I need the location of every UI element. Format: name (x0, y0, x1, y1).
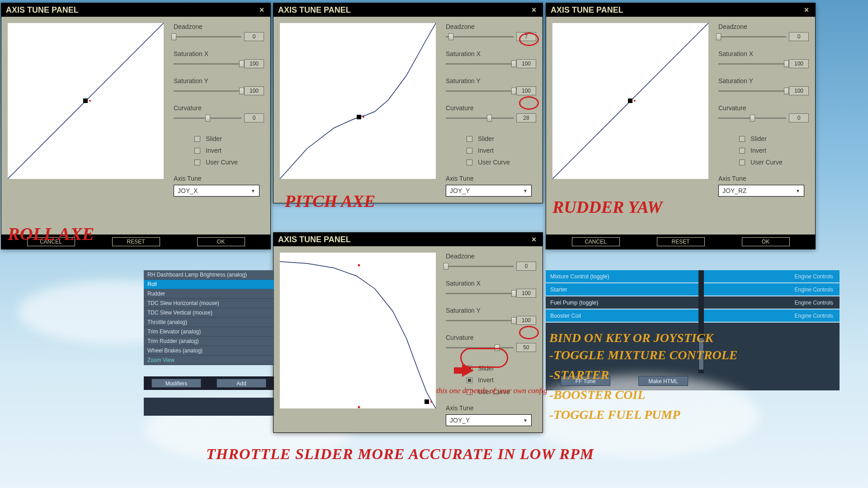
usercurve-checkbox[interactable] (739, 160, 745, 165)
slider-checkbox[interactable] (194, 136, 200, 142)
controls-list[interactable]: RH Dashboard Lamp Brightness (analog)Rol… (144, 270, 274, 365)
invert-checkbox[interactable] (194, 148, 200, 154)
annotation-bind-1: -TOGGLE MIXTURE CONTROLE (549, 348, 737, 362)
response-curve-graph[interactable] (280, 23, 436, 179)
response-curve-graph[interactable] (280, 253, 436, 408)
slider-checkbox[interactable] (467, 366, 472, 371)
reset-button[interactable]: RESET (657, 237, 705, 246)
slider-checkbox[interactable] (467, 136, 472, 142)
saty-slider[interactable] (718, 90, 786, 92)
scrollbar-thumb[interactable] (699, 338, 703, 370)
annotation-bind-title: BIND ON KEY OR JOYSTICK (549, 328, 713, 348)
bind-row[interactable]: Mixture Control (toggle)Engine Controls (546, 270, 840, 282)
invert-checkbox-label: Invert (750, 147, 766, 154)
deadzone-value[interactable]: 7 (516, 32, 536, 41)
add-button[interactable]: Add (217, 379, 266, 388)
deadzone-slider[interactable] (718, 36, 786, 38)
list-item[interactable]: Zoom View (144, 356, 274, 365)
deadzone-label: Deadzone (446, 23, 536, 30)
curvature-slider[interactable] (174, 117, 241, 119)
saty-slider[interactable] (446, 320, 514, 321)
axis-dropdown[interactable]: JOY_X ▼ (174, 185, 259, 197)
satx-value[interactable]: 100 (789, 59, 809, 68)
usercurve-checkbox-label: User Curve (478, 159, 510, 166)
invert-checkbox[interactable] (739, 148, 745, 154)
saty-value[interactable]: 100 (516, 316, 536, 325)
satx-value[interactable]: 100 (244, 59, 264, 68)
slider-checkbox[interactable] (739, 136, 745, 142)
saty-label: Saturation Y (446, 77, 536, 84)
list-item[interactable]: Rudder (144, 289, 274, 299)
close-icon[interactable]: × (530, 235, 538, 244)
bind-row[interactable]: StarterEngine Controls (546, 283, 840, 296)
list-item[interactable]: Trim Rudder (analog) (144, 337, 274, 346)
axis-dropdown[interactable]: JOY_Y ▼ (446, 414, 532, 426)
usercurve-checkbox[interactable] (194, 160, 200, 165)
cancel-button[interactable]: CANCEL (27, 237, 75, 246)
modifiers-button[interactable]: Modifiers (151, 379, 201, 388)
bind-row[interactable]: Booster CoilEngine Controls (546, 310, 840, 322)
axis-dropdown[interactable]: JOY_Y ▼ (446, 185, 532, 197)
deadzone-value[interactable]: 0 (789, 32, 809, 41)
bind-name: Fuel Pump (toggle) (550, 300, 598, 306)
list-item[interactable]: Roll (144, 280, 274, 289)
bind-list: Mixture Control (toggle)Engine ControlsS… (546, 270, 840, 323)
satx-slider[interactable] (174, 63, 241, 65)
saty-value[interactable]: 100 (244, 86, 264, 95)
curvature-slider[interactable] (446, 117, 514, 119)
saty-value[interactable]: 100 (516, 86, 536, 95)
bind-row[interactable]: Fuel Pump (toggle)Engine Controls (546, 296, 840, 309)
satx-slider[interactable] (446, 293, 514, 294)
ok-button[interactable]: OK (197, 237, 245, 246)
satx-slider[interactable] (446, 63, 514, 65)
usercurve-checkbox[interactable] (467, 389, 472, 395)
titlebar: AXIS TUNE PANEL × (274, 233, 542, 246)
list-item[interactable]: Throttle (analog) (144, 318, 274, 327)
curvature-value[interactable]: 0 (244, 113, 264, 122)
usercurve-checkbox-label: User Curve (478, 388, 510, 395)
saty-slider[interactable] (446, 90, 514, 92)
satx-slider[interactable] (718, 63, 786, 65)
list-item[interactable]: TDC Slew Vertical (mouse) (144, 308, 274, 318)
invert-checkbox[interactable] (467, 148, 472, 154)
axis-dropdown[interactable]: JOY_RZ ▼ (718, 185, 804, 197)
curvature-slider[interactable] (446, 347, 514, 348)
curvature-value[interactable]: 0 (789, 113, 809, 122)
panel-title: AXIS TUNE PANEL (6, 5, 79, 15)
satx-value[interactable]: 100 (516, 289, 536, 298)
fftune-button[interactable]: FF Tune (561, 376, 610, 386)
deadzone-slider[interactable] (446, 266, 514, 267)
close-icon[interactable]: × (530, 6, 538, 14)
list-item[interactable]: Trim Elevator (analog) (144, 327, 274, 337)
deadzone-slider[interactable] (174, 36, 241, 38)
close-icon[interactable]: × (802, 6, 811, 14)
invert-checkbox[interactable] (467, 377, 472, 383)
list-item[interactable]: Wheel Brakes (analog) (144, 346, 274, 356)
curvature-value[interactable]: 28 (516, 113, 536, 122)
reset-button[interactable]: RESET (112, 237, 160, 246)
svg-rect-6 (425, 399, 429, 404)
axis-tune-panel-throttle: AXIS TUNE PANEL × Deadzone 0 Saturation … (273, 232, 543, 433)
list-item[interactable]: TDC Slew Horizontal (mouse) (144, 299, 274, 308)
response-curve-graph[interactable] (552, 23, 708, 179)
list-item[interactable]: RH Dashboard Lamp Brightness (analog) (144, 270, 274, 280)
axis-dropdown-value: JOY_X (178, 187, 198, 194)
invert-checkbox-label: Invert (206, 147, 222, 154)
axis-tune-panel-roll: AXIS TUNE PANEL × Deadzone 0 Saturation … (1, 3, 271, 249)
satx-value[interactable]: 100 (516, 59, 536, 68)
cancel-button[interactable]: CANCEL (572, 237, 620, 246)
panel-title: AXIS TUNE PANEL (278, 5, 351, 15)
deadzone-slider[interactable] (446, 36, 514, 38)
usercurve-checkbox[interactable] (467, 160, 472, 165)
deadzone-value[interactable]: 0 (516, 262, 536, 271)
scrollbar[interactable] (698, 270, 704, 373)
deadzone-value[interactable]: 0 (244, 32, 264, 41)
close-icon[interactable]: × (258, 6, 266, 14)
saty-slider[interactable] (174, 90, 241, 92)
makehtml-button[interactable]: Make HTML (638, 376, 688, 386)
saty-value[interactable]: 100 (789, 86, 809, 95)
curvature-slider[interactable] (718, 117, 786, 119)
curvature-value[interactable]: 50 (516, 343, 536, 352)
ok-button[interactable]: OK (742, 237, 790, 246)
response-curve-graph[interactable] (8, 23, 164, 179)
